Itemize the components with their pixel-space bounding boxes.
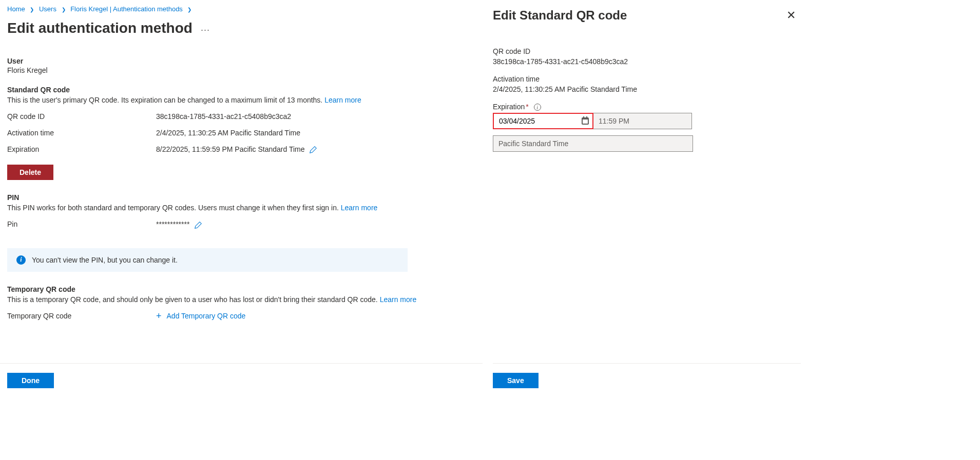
qr-id-label: QR code ID (7, 112, 156, 121)
activation-label: Activation time (7, 129, 156, 137)
panel-activation-value: 2/4/2025, 11:30:25 AM Pacific Standard T… (493, 85, 801, 93)
pin-banner-text: You can't view the PIN, but you can chan… (32, 256, 178, 264)
chevron-right-icon: ❯ (59, 7, 69, 12)
expiration-date-input[interactable] (493, 113, 593, 129)
panel-expiration-label: Expiration* i (493, 103, 801, 111)
required-star: * (526, 103, 528, 111)
more-options-button[interactable]: ··· (201, 25, 210, 35)
qr-id-value: 38c198ca-1785-4331-ac21-c5408b9c3ca2 (156, 112, 475, 121)
expiration-date-field[interactable] (498, 116, 570, 126)
chevron-right-icon: ❯ (184, 7, 195, 12)
breadcrumb-users[interactable]: Users (39, 5, 56, 13)
user-heading: User (7, 57, 475, 65)
chevron-right-icon: ❯ (27, 7, 37, 12)
info-icon: i (16, 255, 26, 265)
pin-info-banner: i You can't view the PIN, but you can ch… (7, 248, 408, 272)
breadcrumb: Home ❯ Users ❯ Floris Kregel | Authentic… (7, 4, 475, 16)
standard-qr-heading: Standard QR code (7, 86, 475, 94)
expiration-time-input[interactable]: 11:59 PM (593, 113, 692, 129)
panel-title: Edit Standard QR code (493, 8, 627, 23)
temp-qr-learn-more-link[interactable]: Learn more (380, 295, 417, 304)
panel-qr-id-label: QR code ID (493, 47, 801, 55)
expiration-value: 8/22/2025, 11:59:59 PM Pacific Standard … (156, 145, 305, 153)
page-title: Edit authentication method (7, 20, 193, 36)
add-temp-qr-button[interactable]: + Add Temporary QR code (156, 312, 245, 320)
temp-qr-row-label: Temporary QR code (7, 312, 156, 321)
standard-qr-desc: This is the user's primary QR code. Its … (7, 96, 475, 104)
edit-pin-icon[interactable] (195, 222, 202, 229)
activation-value: 2/4/2025, 11:30:25 AM Pacific Standard T… (156, 129, 475, 137)
breadcrumb-home[interactable]: Home (7, 5, 25, 13)
calendar-icon[interactable] (581, 116, 589, 126)
panel-activation-label: Activation time (493, 75, 801, 83)
user-name: Floris Kregel (7, 66, 475, 74)
save-button[interactable]: Save (493, 373, 539, 388)
done-button[interactable]: Done (7, 373, 54, 388)
breadcrumb-user[interactable]: Floris Kregel | Authentication methods (70, 5, 183, 13)
expiration-label: Expiration (7, 145, 156, 153)
close-icon[interactable]: ✕ (786, 9, 796, 22)
edit-expiration-icon[interactable] (310, 146, 317, 153)
pin-value: ************ (156, 220, 189, 228)
pin-heading: PIN (7, 193, 475, 202)
pin-learn-more-link[interactable]: Learn more (341, 204, 378, 212)
panel-qr-id-value: 38c198ca-1785-4331-ac21-c5408b9c3ca2 (493, 57, 801, 66)
pin-desc: This PIN works for both standard and tem… (7, 204, 475, 212)
pin-label: Pin (7, 220, 156, 228)
temp-qr-desc: This is a temporary QR code, and should … (7, 295, 475, 304)
standard-qr-learn-more-link[interactable]: Learn more (324, 96, 361, 104)
temp-qr-heading: Temporary QR code (7, 285, 475, 293)
info-icon[interactable]: i (534, 104, 541, 111)
timezone-input[interactable]: Pacific Standard Time (493, 135, 693, 152)
delete-button[interactable]: Delete (7, 165, 53, 180)
plus-icon: + (156, 312, 162, 319)
